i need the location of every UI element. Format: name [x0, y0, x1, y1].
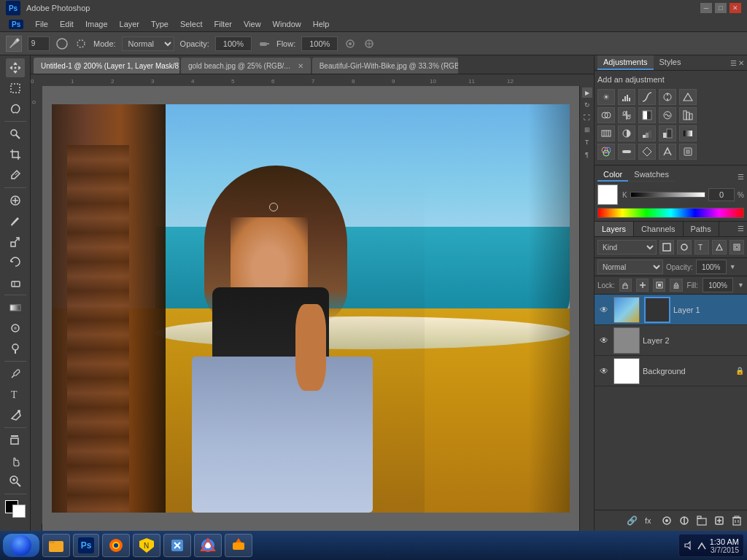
color-lookup-icon[interactable] [597, 125, 615, 141]
link-layers-icon[interactable]: 🔗 [624, 513, 639, 528]
hand-tool[interactable] [6, 451, 25, 470]
foreground-background-colors[interactable] [5, 500, 26, 518]
photo-filter-icon[interactable] [659, 107, 676, 123]
posterize-icon[interactable] [638, 125, 656, 141]
healing-brush-tool[interactable] [6, 191, 25, 210]
firefox-taskbar[interactable] [102, 534, 130, 557]
k-slider[interactable] [630, 192, 705, 198]
color-swatch[interactable] [597, 184, 618, 205]
layer-1-visibility-icon[interactable]: 👁 [597, 303, 611, 316]
tab-gold-beach[interactable]: gold beach.jpg @ 25% (RGB/... ✕ [181, 58, 311, 74]
k-value-input[interactable] [708, 188, 735, 201]
menu-filter[interactable]: Filter [208, 18, 237, 30]
filter-adjust-icon[interactable] [677, 240, 692, 254]
levels-icon[interactable] [618, 89, 635, 105]
gradient-map-icon[interactable] [679, 125, 697, 141]
menu-image[interactable]: Image [80, 18, 114, 30]
minimize-button[interactable]: ─ [700, 3, 712, 13]
filter-shape-icon[interactable] [712, 240, 727, 254]
text-tool[interactable]: T [6, 385, 25, 404]
maximize-button[interactable]: □ [715, 3, 727, 13]
lock-position-icon[interactable] [636, 279, 649, 292]
lock-pixels-icon[interactable] [619, 279, 632, 292]
tab-channels[interactable]: Channels [634, 222, 683, 236]
menu-layer[interactable]: Layer [114, 18, 146, 30]
menu-edit[interactable]: Edit [54, 18, 80, 30]
channel-mixer-icon[interactable] [679, 107, 697, 123]
opacity-input[interactable] [215, 36, 252, 51]
new-group-icon[interactable] [694, 513, 709, 528]
lock-artboard-icon[interactable] [653, 279, 665, 292]
panel-options-icon[interactable]: ☰ [730, 59, 737, 67]
brush-size-input[interactable] [28, 36, 50, 51]
tab-close-gold[interactable]: ✕ [298, 62, 303, 70]
panel-close-icon[interactable]: ✕ [738, 59, 744, 67]
filter-type-icon[interactable]: T [694, 240, 709, 254]
threshold-icon[interactable] [659, 125, 676, 141]
menu-view[interactable]: View [238, 18, 267, 30]
fill-value-input[interactable] [703, 278, 733, 292]
tab-swatches[interactable]: Swatches [628, 168, 675, 182]
zoom-tool[interactable] [6, 472, 25, 491]
mode-select[interactable]: Normal Dissolve Multiply Screen [122, 36, 174, 51]
menu-file[interactable]: File [29, 18, 54, 30]
adj-icon5e[interactable] [679, 144, 697, 160]
canvas-viewport[interactable] [42, 86, 579, 531]
adj-icon5b[interactable] [618, 144, 635, 160]
filter-pixel-icon[interactable] [659, 240, 674, 254]
exposure-icon[interactable] [659, 89, 676, 105]
invert-icon[interactable] [618, 125, 635, 141]
menu-type[interactable]: Type [145, 18, 174, 30]
tablet-pressure-icon[interactable] [344, 37, 357, 50]
layer-mask-icon[interactable] [659, 513, 674, 528]
tab-styles[interactable]: Styles [654, 55, 687, 70]
crop-tool[interactable] [6, 145, 25, 164]
path-selection-tool[interactable] [6, 405, 25, 424]
layer-item-2[interactable]: 👁 Layer 2 [595, 325, 747, 356]
text-style-btn[interactable]: ¶ [582, 149, 592, 160]
tab-untitled[interactable]: Untitled-1 @ 200% (Layer 1, Layer Mask/8… [34, 58, 179, 74]
chrome-taskbar[interactable] [194, 534, 222, 557]
blur-tool[interactable] [6, 319, 25, 338]
layer-2-visibility-icon[interactable]: 👁 [597, 334, 611, 347]
marquee-tool[interactable] [6, 79, 25, 98]
tab-layers[interactable]: Layers [595, 222, 634, 236]
tab-paths[interactable]: Paths [684, 222, 719, 236]
quick-select-tool[interactable] [6, 125, 25, 144]
history-brush-tool[interactable] [6, 252, 25, 271]
new-layer-icon[interactable] [712, 513, 727, 528]
color-spectrum-bar[interactable] [597, 208, 744, 218]
layer-item-1[interactable]: 👁 Layer 1 [595, 295, 747, 325]
delete-layer-icon[interactable] [729, 513, 744, 528]
move-tool[interactable] [6, 58, 25, 77]
menu-ps[interactable]: Ps [3, 18, 29, 30]
color-panel-menu-icon[interactable]: ☰ [738, 173, 744, 181]
filter-smartobj-icon[interactable] [729, 240, 744, 254]
layer-effects-icon[interactable]: fx [642, 513, 657, 528]
adj-icon5d[interactable] [659, 144, 676, 160]
brush-tool[interactable] [6, 211, 25, 230]
rotate-view-btn[interactable]: ↻ [582, 100, 592, 110]
hue-saturation-icon[interactable] [597, 107, 615, 123]
layers-panel-menu-icon[interactable]: ☰ [736, 223, 746, 235]
opacity-value-input[interactable] [696, 260, 727, 274]
artboard-btn[interactable]: ⊞ [582, 125, 592, 135]
lasso-tool[interactable] [6, 99, 25, 118]
fill-arrow-icon[interactable]: ▼ [738, 281, 744, 289]
airbrush-icon[interactable] [258, 37, 271, 50]
adjustment-layer-icon[interactable] [677, 513, 692, 528]
tab-color[interactable]: Color [597, 168, 628, 182]
menu-select[interactable]: Select [174, 18, 209, 30]
selective-color-icon[interactable] [597, 144, 615, 160]
filter-kind-select[interactable]: Kind Name Effect [597, 240, 657, 254]
layer-item-background[interactable]: 👁 Background 🔒 [595, 356, 747, 386]
adj-icon5c[interactable] [638, 144, 656, 160]
screen-mode-btn[interactable]: ⛶ [582, 112, 592, 122]
black-white-icon[interactable] [638, 107, 656, 123]
background-visibility-icon[interactable]: 👁 [597, 365, 611, 378]
flow-input[interactable] [301, 36, 338, 51]
photoshop-taskbar[interactable]: Ps [73, 534, 99, 557]
background-color[interactable] [12, 505, 26, 518]
curves-icon[interactable] [638, 89, 656, 105]
pen-tool[interactable] [6, 365, 25, 384]
